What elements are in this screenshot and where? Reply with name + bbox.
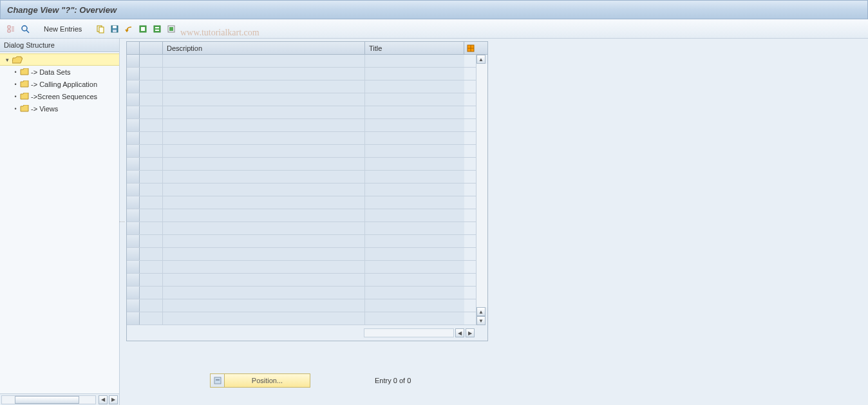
table-row[interactable] <box>127 196 476 209</box>
copy-icon[interactable] <box>95 23 106 35</box>
svg-rect-11 <box>155 30 159 31</box>
scroll-left-icon[interactable]: ◀ <box>99 395 108 404</box>
grid-footer: ◀ ▶ <box>127 325 487 341</box>
table-row[interactable] <box>127 158 476 171</box>
grid-rows <box>127 55 476 325</box>
table-row[interactable] <box>127 184 476 196</box>
sidebar-header: Dialog Structure <box>0 39 119 52</box>
tree-node-views[interactable]: • -> Views <box>0 102 119 115</box>
tree-label: ->Screen Sequences <box>31 93 97 100</box>
bullet-icon: • <box>13 106 18 112</box>
tree-node-data-sets[interactable]: • -> Data Sets <box>0 66 119 78</box>
main-area: Dialog Structure ▾ • -> Data Sets • <box>0 39 868 405</box>
position-icon <box>211 374 225 387</box>
tree-node-calling-application[interactable]: • -> Calling Application <box>0 78 119 90</box>
bullet-icon: • <box>13 69 18 75</box>
scroll-right-icon[interactable]: ▶ <box>109 395 118 404</box>
table-row[interactable] <box>127 299 476 312</box>
select-all-icon[interactable] <box>137 23 149 35</box>
svg-rect-10 <box>155 27 159 28</box>
scroll-up-page-icon[interactable]: ▲ <box>476 307 486 316</box>
vscroll-track[interactable] <box>476 64 487 307</box>
table-row[interactable] <box>127 93 476 106</box>
sidebar-hscroll[interactable]: ◀ ▶ <box>0 393 119 405</box>
table-row[interactable] <box>127 261 476 274</box>
table-row[interactable] <box>127 80 476 93</box>
grid-hscroll[interactable]: ◀ ▶ <box>127 325 476 341</box>
bottom-bar: Position... Entry 0 of 0 <box>126 373 865 388</box>
tree-label: -> Views <box>31 105 58 113</box>
folder-icon <box>20 68 29 75</box>
folder-open-icon <box>12 56 23 64</box>
table-row[interactable] <box>127 209 476 222</box>
find-icon[interactable] <box>19 23 31 35</box>
svg-rect-13 <box>169 27 173 31</box>
tree-root-node[interactable]: ▾ <box>0 53 119 66</box>
folder-icon <box>20 93 29 100</box>
bullet-icon: • <box>13 81 18 88</box>
page-title: Change View "?": Overview <box>7 5 117 15</box>
table-row[interactable] <box>127 287 476 299</box>
grid-vscroll[interactable]: ▲ ▲ ▼ <box>476 55 487 325</box>
table-row[interactable] <box>127 55 476 68</box>
svg-rect-9 <box>154 26 160 32</box>
position-button[interactable]: Position... <box>210 373 310 388</box>
sidebar: Dialog Structure ▾ • -> Data Sets • <box>0 39 120 405</box>
table-settings-button[interactable] <box>464 42 477 54</box>
entry-status-text: Entry 0 of 0 <box>375 377 411 384</box>
toolbar: New Entries <box>0 19 868 39</box>
table-row[interactable] <box>127 145 476 158</box>
grid-hscroll-track[interactable] <box>364 328 454 337</box>
save-icon[interactable] <box>109 23 120 35</box>
scroll-right-icon[interactable]: ▶ <box>466 328 475 337</box>
folder-icon <box>20 105 29 112</box>
other-view-icon[interactable] <box>5 23 17 35</box>
table-row[interactable] <box>127 132 476 145</box>
tree-label: -> Data Sets <box>31 68 70 76</box>
svg-rect-8 <box>141 27 145 31</box>
table-row[interactable] <box>127 274 476 287</box>
select-all-column[interactable] <box>127 42 140 54</box>
new-entries-button[interactable]: New Entries <box>39 24 87 34</box>
column-header-description[interactable]: Description <box>163 42 365 54</box>
scroll-down-icon[interactable]: ▼ <box>476 316 486 325</box>
tree-label: -> Calling Application <box>31 80 97 88</box>
deselect-all-icon[interactable] <box>165 23 177 35</box>
folder-icon <box>20 80 29 88</box>
table-row[interactable] <box>127 119 476 132</box>
undo-icon[interactable] <box>123 23 135 35</box>
svg-rect-3 <box>99 27 104 33</box>
table-row[interactable] <box>127 312 476 325</box>
grid-header: Description Title <box>127 42 487 55</box>
column-header-title[interactable]: Title <box>365 42 464 54</box>
position-button-label: Position... <box>225 377 310 384</box>
svg-line-1 <box>26 30 29 33</box>
tree: ▾ • -> Data Sets • -> Calling Applicatio… <box>0 52 119 393</box>
content-area: Description Title <box>124 39 868 405</box>
blank-column-header[interactable] <box>140 42 163 54</box>
hscroll-track[interactable] <box>1 395 96 404</box>
table-row[interactable] <box>127 248 476 261</box>
tree-node-screen-sequences[interactable]: • ->Screen Sequences <box>0 90 119 102</box>
table-row[interactable] <box>127 235 476 248</box>
table-row[interactable] <box>127 222 476 235</box>
title-bar: Change View "?": Overview <box>0 0 868 19</box>
select-block-icon[interactable] <box>151 23 163 35</box>
svg-rect-6 <box>113 30 117 32</box>
table-row[interactable] <box>127 68 476 80</box>
scroll-up-icon[interactable]: ▲ <box>476 55 486 64</box>
data-grid: Description Title <box>126 41 488 341</box>
hscroll-thumb[interactable] <box>15 396 79 404</box>
scroll-left-icon[interactable]: ◀ <box>455 328 464 337</box>
svg-rect-18 <box>216 379 220 381</box>
grid-body: ▲ ▲ ▼ <box>127 55 487 325</box>
table-row[interactable] <box>127 106 476 119</box>
bullet-icon: • <box>13 93 18 100</box>
table-row[interactable] <box>127 171 476 184</box>
svg-point-0 <box>22 26 27 31</box>
svg-rect-5 <box>113 26 117 28</box>
collapse-icon[interactable]: ▾ <box>4 57 10 63</box>
